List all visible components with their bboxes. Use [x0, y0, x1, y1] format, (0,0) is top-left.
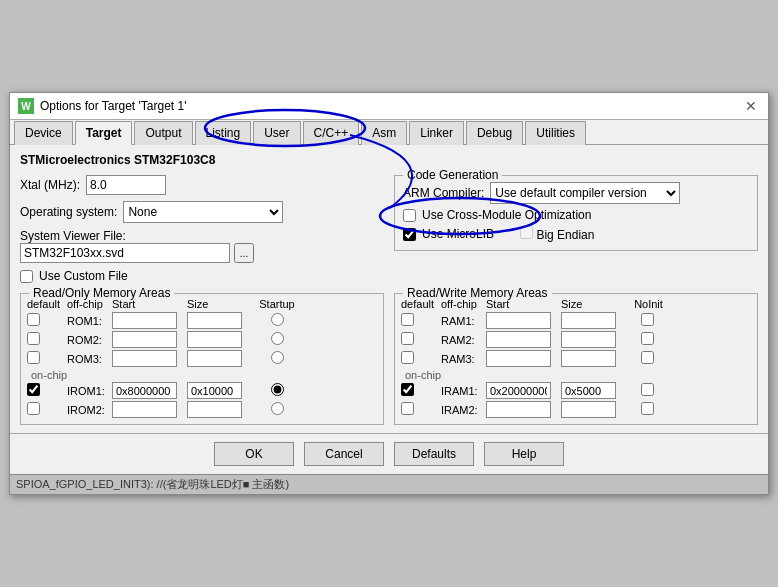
tab-asm[interactable]: Asm: [361, 121, 407, 145]
ro-irom1-row: IROM1:: [27, 382, 377, 399]
custom-file-checkbox[interactable]: [20, 270, 33, 283]
title-bar-left: W Options for Target 'Target 1': [18, 98, 186, 114]
ro-rom1-start[interactable]: [112, 312, 177, 329]
app-icon: W: [18, 98, 34, 114]
cross-module-checkbox[interactable]: [403, 209, 416, 222]
tab-debug[interactable]: Debug: [466, 121, 523, 145]
ro-irom2-size[interactable]: [187, 401, 242, 418]
rw-iram1-noinit-cb[interactable]: [641, 383, 654, 396]
rw-ram2-default-cb[interactable]: [401, 332, 414, 345]
rw-ram2-row: RAM2:: [401, 331, 751, 348]
custom-file-label: Use Custom File: [39, 269, 128, 283]
tab-listing[interactable]: Listing: [195, 121, 252, 145]
ro-rom1-default-cb[interactable]: [27, 313, 40, 326]
rw-ram2-size[interactable]: [561, 331, 616, 348]
os-row: Operating system: None: [20, 201, 384, 223]
ro-irom1-default-cb[interactable]: [27, 383, 40, 396]
device-label: STMicroelectronics STM32F103C8: [20, 153, 758, 167]
rw-iram2-noinit-cb[interactable]: [641, 402, 654, 415]
tab-utilities[interactable]: Utilities: [525, 121, 586, 145]
arm-compiler-label: ARM Compiler:: [403, 186, 484, 200]
ro-rom2-size[interactable]: [187, 331, 242, 348]
arm-compiler-row: ARM Compiler: Use default compiler versi…: [403, 182, 749, 204]
ro-irom2-startup-radio[interactable]: [271, 402, 284, 415]
readwrite-memory-title: Read/Write Memory Areas: [403, 286, 552, 300]
ro-rom3-default-cb[interactable]: [27, 351, 40, 364]
os-label: Operating system:: [20, 205, 117, 219]
ro-irom2-start[interactable]: [112, 401, 177, 418]
ro-rom1-row: ROM1:: [27, 312, 377, 329]
tab-output[interactable]: Output: [134, 121, 192, 145]
svf-input[interactable]: [20, 243, 230, 263]
readonly-memory-group: Read/Only Memory Areas default off-chip …: [20, 293, 384, 425]
ok-button[interactable]: OK: [214, 442, 294, 466]
bottom-bar: SPIOA_fGPIO_LED_INIT3): //(省龙明珠LED灯■ 主函数…: [10, 474, 768, 494]
ro-irom1-size[interactable]: [187, 382, 242, 399]
ro-rom2-startup-radio[interactable]: [271, 332, 284, 345]
xtal-label: Xtal (MHz):: [20, 178, 80, 192]
rw-iram1-size[interactable]: [561, 382, 616, 399]
ro-irom1-startup-radio[interactable]: [271, 383, 284, 396]
rw-ram3-noinit-cb[interactable]: [641, 351, 654, 364]
rw-ram3-start[interactable]: [486, 350, 551, 367]
readwrite-memory-group: Read/Write Memory Areas default off-chip…: [394, 293, 758, 425]
rw-ram1-noinit-cb[interactable]: [641, 313, 654, 326]
content-area: STMicroelectronics STM32F103C8 Xtal (MHz…: [10, 145, 768, 433]
rw-iram2-row: IRAM2:: [401, 401, 751, 418]
close-button[interactable]: ✕: [742, 97, 760, 115]
rw-ram2-start[interactable]: [486, 331, 551, 348]
rw-iram2-size[interactable]: [561, 401, 616, 418]
microlib-checkbox[interactable]: [403, 228, 416, 241]
os-select[interactable]: None: [123, 201, 283, 223]
svf-browse-button[interactable]: ...: [234, 243, 254, 263]
ro-irom2-default-cb[interactable]: [27, 402, 40, 415]
cross-module-label: Use Cross-Module Optimization: [422, 208, 591, 222]
ro-rom2-default-cb[interactable]: [27, 332, 40, 345]
ro-rom3-size[interactable]: [187, 350, 242, 367]
rw-ram1-start[interactable]: [486, 312, 551, 329]
tab-linker[interactable]: Linker: [409, 121, 464, 145]
ro-col-startup: Startup: [252, 298, 302, 310]
tab-bar: Device Target Output Listing User C/C++ …: [10, 120, 768, 145]
big-endian-spacer: Big Endian: [520, 226, 594, 242]
big-endian-checkbox[interactable]: [520, 226, 533, 239]
memory-areas: Read/Only Memory Areas default off-chip …: [20, 293, 758, 425]
rw-iram2-default-cb[interactable]: [401, 402, 414, 415]
cross-module-row: Use Cross-Module Optimization: [403, 208, 749, 222]
help-button[interactable]: Help: [484, 442, 564, 466]
ro-irom1-start[interactable]: [112, 382, 177, 399]
svf-input-row: ...: [20, 243, 384, 263]
rw-iram1-start[interactable]: [486, 382, 551, 399]
main-window: W Options for Target 'Target 1' ✕ Device…: [9, 92, 769, 495]
rw-iram1-row: IRAM1:: [401, 382, 751, 399]
defaults-button[interactable]: Defaults: [394, 442, 474, 466]
rw-ram2-noinit-cb[interactable]: [641, 332, 654, 345]
rw-ram3-default-cb[interactable]: [401, 351, 414, 364]
microlib-label: Use MicroLIB: [422, 227, 494, 241]
ro-rom1-startup-radio[interactable]: [271, 313, 284, 326]
rw-iram1-default-cb[interactable]: [401, 383, 414, 396]
readonly-memory-title: Read/Only Memory Areas: [29, 286, 174, 300]
tab-cpp[interactable]: C/C++: [303, 121, 360, 145]
ro-rom3-startup-radio[interactable]: [271, 351, 284, 364]
bottom-bar-text: SPIOA_fGPIO_LED_INIT3): //(省龙明珠LED灯■ 主函数…: [16, 478, 289, 490]
cancel-button[interactable]: Cancel: [304, 442, 384, 466]
ro-rom2-row: ROM2:: [27, 331, 377, 348]
svf-row: System Viewer File: ...: [20, 229, 384, 263]
top-right: Code Generation ARM Compiler: Use defaul…: [394, 175, 758, 289]
xtal-input[interactable]: [86, 175, 166, 195]
title-bar: W Options for Target 'Target 1' ✕: [10, 93, 768, 120]
rw-ram1-size[interactable]: [561, 312, 616, 329]
rw-ram3-size[interactable]: [561, 350, 616, 367]
ro-rom1-size[interactable]: [187, 312, 242, 329]
tab-user[interactable]: User: [253, 121, 300, 145]
ro-rom2-start[interactable]: [112, 331, 177, 348]
big-endian-label: Big Endian: [536, 228, 594, 242]
arm-compiler-select[interactable]: Use default compiler version: [490, 182, 680, 204]
rw-iram2-start[interactable]: [486, 401, 551, 418]
tab-device[interactable]: Device: [14, 121, 73, 145]
ro-rom3-start[interactable]: [112, 350, 177, 367]
top-section: Xtal (MHz): Operating system: None Syste…: [20, 175, 758, 289]
tab-target[interactable]: Target: [75, 121, 133, 145]
rw-ram1-default-cb[interactable]: [401, 313, 414, 326]
